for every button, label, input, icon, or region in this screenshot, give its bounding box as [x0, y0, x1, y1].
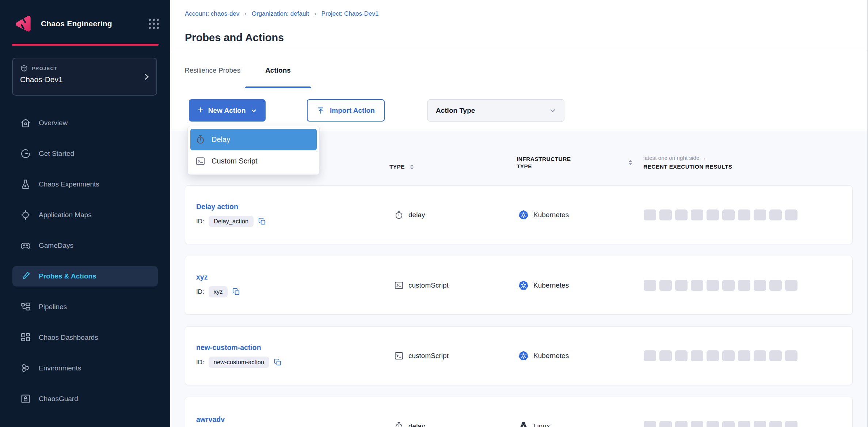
sidebar-item-chaos-experiments[interactable]: Chaos Experiments [12, 174, 158, 195]
execution-result-placeholder [691, 280, 703, 291]
project-selector[interactable]: PROJECT Chaos-Dev1 [12, 58, 157, 96]
sidebar-nav: OverviewGet StartedChaos ExperimentsAppl… [0, 113, 170, 419]
execution-result-placeholder [675, 421, 688, 427]
action-name-cell: awrvadvID: [196, 415, 390, 427]
sidebar-item-label: Get Started [39, 150, 74, 158]
action-row-xyz: xyzID:xyzcustomScriptKubernetes [185, 256, 853, 315]
tab-resilience-probes[interactable]: Resilience Probes [184, 52, 240, 88]
execution-result-placeholder [707, 209, 719, 220]
cube-icon [20, 64, 28, 72]
new-action-menu: DelayCustom Script [187, 126, 320, 175]
sidebar-item-chaos-dashboards[interactable]: Chaos Dashboards [12, 327, 158, 348]
action-type-value: delay [408, 422, 425, 427]
sort-icon[interactable] [628, 159, 633, 166]
execution-result-placeholder [769, 421, 782, 427]
action-name-link[interactable]: awrvadv [196, 415, 390, 424]
actions-table: TYPE INFRASTRUCTURE TYPE latest one on r… [170, 131, 867, 427]
execution-result-placeholder [707, 350, 719, 361]
sidebar-item-probes-actions[interactable]: Probes & Actions [12, 266, 158, 286]
table-header-type: TYPE [389, 164, 514, 170]
execution-result-placeholder [675, 209, 688, 220]
execution-result-placeholder [659, 350, 672, 361]
kubernetes-icon [518, 210, 529, 220]
action-name-cell: xyzID:xyz [196, 273, 390, 297]
sidebar-item-label: Pipelines [39, 303, 67, 311]
project-name: Chaos-Dev1 [20, 75, 149, 84]
execution-result-placeholder [754, 350, 766, 361]
execution-result-placeholder [691, 350, 703, 361]
app-grid-icon[interactable] [148, 18, 160, 30]
action-name-link[interactable]: Delay action [196, 203, 390, 211]
target-icon [20, 209, 31, 220]
gamepad-icon [20, 240, 31, 251]
main-area: Account: chaos-dev › Organization: defau… [170, 0, 867, 427]
execution-result-placeholder [707, 421, 719, 427]
execution-result-placeholder [675, 350, 688, 361]
recent-execution-results-cell [644, 280, 841, 291]
breadcrumb-separator: › [244, 10, 247, 18]
infrastructure-type-value: Kubernetes [533, 281, 569, 289]
recent-execution-results-cell [644, 350, 841, 361]
action-name-link[interactable]: new-custom-action [196, 343, 390, 352]
execution-result-placeholder [785, 280, 797, 291]
sidebar: Chaos Engineering PROJECT Chaos-Dev1 [0, 0, 170, 427]
breadcrumb-organization-link[interactable]: Organization: default [252, 10, 309, 18]
action-row-delay-action: Delay actionID:Delay_actiondelayKubernet… [185, 185, 853, 244]
terminal-icon [195, 156, 205, 166]
tab-bar: Resilience Probes Actions [184, 52, 311, 88]
dashboard-icon [20, 332, 31, 343]
action-row-awrvadv: awrvadvID:delayLinux [185, 397, 853, 427]
sidebar-header: Chaos Engineering [13, 13, 160, 34]
new-action-button[interactable]: + New Action [189, 99, 266, 122]
infrastructure-type-cell: Linux [514, 421, 644, 427]
execution-result-placeholder [769, 350, 782, 361]
pipeline-icon [20, 301, 31, 312]
sidebar-item-overview[interactable]: Overview [12, 113, 158, 133]
execution-result-placeholder [644, 209, 656, 220]
toolbar: + New Action Import Action Action Type [170, 88, 867, 131]
menu-item-delay[interactable]: Delay [190, 129, 317, 150]
breadcrumb-project-link[interactable]: Project: Chaos-Dev1 [321, 10, 379, 18]
project-label: PROJECT [32, 66, 58, 71]
execution-result-placeholder [769, 209, 782, 220]
execution-result-placeholder [659, 280, 672, 291]
module-title: Chaos Engineering [41, 19, 112, 28]
chevron-down-icon [251, 108, 257, 114]
execution-result-placeholder [754, 421, 766, 427]
action-id-value: Delay_action [209, 216, 254, 227]
action-type-value: customScript [408, 352, 449, 360]
sidebar-item-pipelines[interactable]: Pipelines [12, 297, 158, 317]
sidebar-item-get-started[interactable]: Get Started [12, 143, 158, 164]
action-name-link[interactable]: xyz [196, 273, 390, 281]
sidebar-item-label: Probes & Actions [39, 272, 96, 280]
chaos-engineering-app: Chaos Engineering PROJECT Chaos-Dev1 [0, 0, 868, 427]
terminal-icon [394, 281, 404, 290]
breadcrumb-account-link[interactable]: Account: chaos-dev [185, 10, 239, 18]
infrastructure-type-cell: Kubernetes [514, 210, 644, 220]
sidebar-item-application-maps[interactable]: Application Maps [12, 205, 158, 225]
hexagons-icon [20, 363, 31, 374]
import-action-button[interactable]: Import Action [307, 99, 385, 122]
sidebar-item-gamedays[interactable]: GameDays [12, 235, 158, 256]
sidebar-item-environments[interactable]: Environments [12, 358, 158, 378]
shield-lock-icon [20, 393, 31, 404]
menu-item-custom-script[interactable]: Custom Script [190, 150, 317, 172]
action-type-value: delay [408, 211, 425, 219]
kubernetes-icon [518, 280, 529, 291]
tab-actions[interactable]: Actions [245, 52, 311, 88]
execution-result-placeholder [644, 421, 656, 427]
infrastructure-type-cell: Kubernetes [514, 280, 644, 291]
sort-icon[interactable] [409, 164, 415, 170]
copy-icon[interactable] [274, 358, 282, 366]
flask-icon [20, 179, 31, 190]
terminal-icon [394, 351, 404, 361]
sidebar-item-chaosguard[interactable]: ChaosGuard [12, 389, 158, 409]
execution-result-placeholder [644, 350, 656, 361]
action-type-cell: delay [390, 210, 514, 220]
copy-icon[interactable] [232, 288, 240, 296]
action-type-cell: delay [390, 422, 514, 427]
execution-result-placeholder [659, 209, 672, 220]
action-type-select[interactable]: Action Type [427, 99, 564, 122]
execution-result-placeholder [738, 421, 750, 427]
copy-icon[interactable] [258, 217, 266, 226]
